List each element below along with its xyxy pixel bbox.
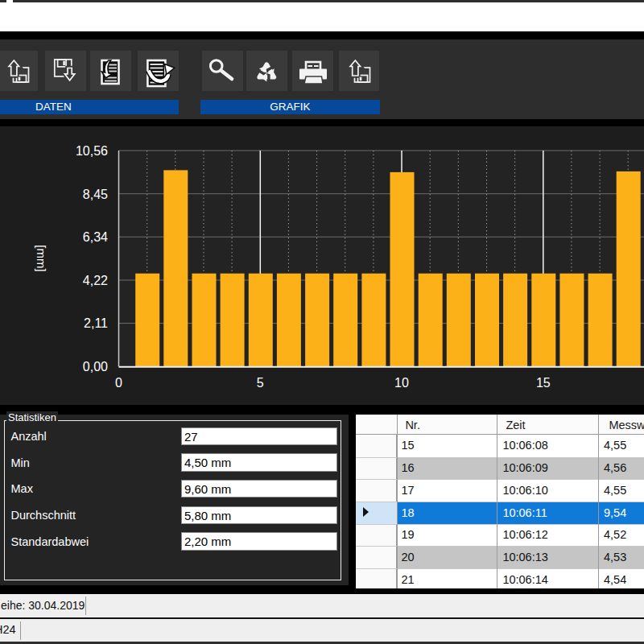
svg-text:10: 10 <box>394 376 409 390</box>
svg-text:15: 15 <box>536 376 551 390</box>
svg-text:2,11: 2,11 <box>84 316 108 330</box>
svg-text:5: 5 <box>257 376 264 390</box>
svg-text:0: 0 <box>115 376 122 390</box>
svg-text:[mm]: [mm] <box>35 245 48 271</box>
svg-text:0,00: 0,00 <box>83 360 108 374</box>
svg-text:8,45: 8,45 <box>83 188 108 201</box>
svg-text:4,22: 4,22 <box>83 274 108 287</box>
svg-text:10,56: 10,56 <box>76 144 108 158</box>
svg-text:6,34: 6,34 <box>83 230 108 244</box>
